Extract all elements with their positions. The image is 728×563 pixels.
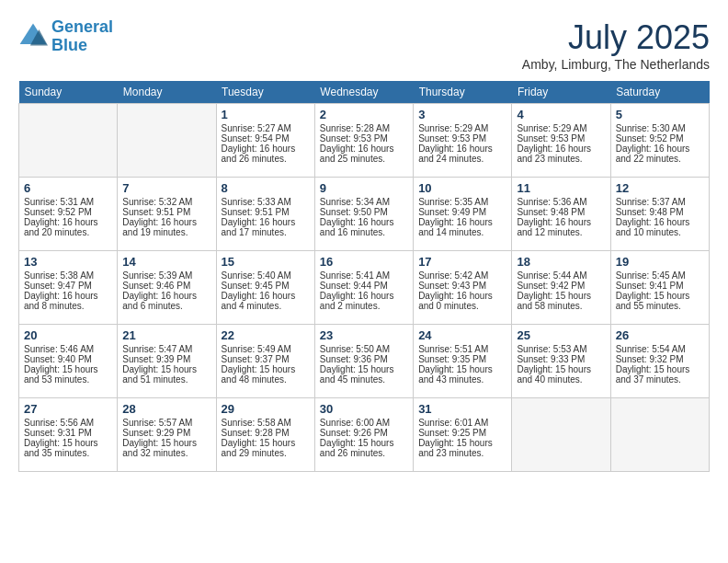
- day-info-line: and 45 minutes.: [320, 374, 408, 385]
- calendar-cell-day-25: 25Sunrise: 5:53 AMSunset: 9:33 PMDayligh…: [512, 325, 610, 398]
- day-number: 2: [320, 108, 408, 121]
- day-info-line: and 0 minutes.: [418, 301, 506, 311]
- day-info-line: Daylight: 15 hours: [616, 364, 704, 374]
- day-info-line: Sunrise: 5:36 AM: [517, 197, 605, 207]
- day-info-line: Sunrise: 5:30 AM: [616, 123, 704, 133]
- day-info-line: Sunset: 9:28 PM: [222, 428, 310, 438]
- day-info-line: Sunrise: 5:40 AM: [222, 270, 310, 281]
- day-info-line: Sunset: 9:41 PM: [616, 281, 704, 291]
- calendar-cell-day-29: 29Sunrise: 5:58 AMSunset: 9:28 PMDayligh…: [216, 398, 314, 472]
- day-info-line: Sunset: 9:32 PM: [616, 354, 704, 364]
- day-info-line: and 51 minutes.: [122, 374, 210, 385]
- day-info-line: and 43 minutes.: [418, 374, 506, 385]
- day-info-line: Sunset: 9:40 PM: [24, 354, 112, 364]
- calendar-cell-day-22: 22Sunrise: 5:49 AMSunset: 9:37 PMDayligh…: [216, 325, 314, 398]
- day-number: 4: [517, 108, 605, 121]
- day-number: 30: [320, 402, 408, 416]
- day-info-line: Sunset: 9:37 PM: [222, 354, 310, 364]
- day-info-line: Daylight: 15 hours: [122, 438, 210, 448]
- day-info-line: Sunset: 9:50 PM: [320, 207, 408, 217]
- day-info-line: Sunset: 9:53 PM: [320, 133, 408, 144]
- day-info-line: and 23 minutes.: [517, 154, 605, 164]
- calendar-cell-day-10: 10Sunrise: 5:35 AMSunset: 9:49 PMDayligh…: [414, 178, 512, 251]
- day-number: 3: [418, 108, 506, 121]
- calendar-cell-empty: [610, 398, 709, 472]
- day-info-line: Daylight: 15 hours: [24, 438, 112, 448]
- day-info-line: Sunset: 9:33 PM: [517, 354, 605, 364]
- day-info-line: Sunrise: 5:51 AM: [418, 344, 506, 354]
- day-info-line: Daylight: 15 hours: [320, 364, 408, 374]
- day-info-line: and 35 minutes.: [24, 448, 112, 458]
- day-info-line: Sunset: 9:53 PM: [517, 133, 605, 144]
- day-info-line: Sunrise: 6:01 AM: [418, 418, 506, 428]
- day-info-line: Daylight: 16 hours: [517, 144, 605, 154]
- calendar-cell-day-2: 2Sunrise: 5:28 AMSunset: 9:53 PMDaylight…: [314, 104, 413, 178]
- day-number: 9: [320, 181, 408, 195]
- day-info-line: and 23 minutes.: [418, 448, 506, 458]
- calendar-week-5: 27Sunrise: 5:56 AMSunset: 9:31 PMDayligh…: [19, 398, 710, 472]
- day-info-line: Daylight: 15 hours: [418, 364, 506, 374]
- calendar-cell-empty: [512, 398, 610, 472]
- day-info-line: Sunrise: 5:46 AM: [24, 344, 112, 354]
- day-info-line: Sunrise: 5:29 AM: [517, 123, 605, 133]
- calendar-cell-day-1: 1Sunrise: 5:27 AMSunset: 9:54 PMDaylight…: [216, 104, 314, 178]
- day-info-line: Sunset: 9:51 PM: [222, 207, 310, 217]
- day-number: 20: [24, 328, 112, 342]
- day-info-line: Sunset: 9:52 PM: [616, 133, 704, 144]
- day-info-line: Daylight: 16 hours: [222, 144, 310, 154]
- day-number: 7: [122, 181, 210, 195]
- day-info-line: Daylight: 15 hours: [517, 364, 605, 374]
- day-number: 18: [517, 255, 605, 269]
- day-info-line: Daylight: 15 hours: [122, 364, 210, 374]
- calendar-cell-day-23: 23Sunrise: 5:50 AMSunset: 9:36 PMDayligh…: [314, 325, 413, 398]
- calendar-week-4: 20Sunrise: 5:46 AMSunset: 9:40 PMDayligh…: [19, 325, 710, 398]
- day-info-line: Daylight: 16 hours: [616, 217, 704, 227]
- day-info-line: and 6 minutes.: [122, 301, 210, 311]
- day-info-line: Daylight: 15 hours: [616, 291, 704, 301]
- day-number: 28: [122, 402, 210, 416]
- day-info-line: Sunset: 9:46 PM: [122, 281, 210, 291]
- day-info-line: Daylight: 16 hours: [418, 291, 506, 301]
- day-info-line: Sunset: 9:49 PM: [418, 207, 506, 217]
- weekday-header-wednesday: Wednesday: [314, 81, 413, 104]
- day-info-line: Sunset: 9:47 PM: [24, 281, 112, 291]
- day-info-line: and 10 minutes.: [616, 227, 704, 237]
- day-number: 14: [122, 255, 210, 269]
- day-info-line: and 25 minutes.: [320, 154, 408, 164]
- calendar-cell-day-17: 17Sunrise: 5:42 AMSunset: 9:43 PMDayligh…: [414, 251, 512, 325]
- calendar-cell-day-18: 18Sunrise: 5:44 AMSunset: 9:42 PMDayligh…: [512, 251, 610, 325]
- day-info-line: Sunrise: 5:42 AM: [418, 270, 506, 281]
- calendar-cell-day-7: 7Sunrise: 5:32 AMSunset: 9:51 PMDaylight…: [118, 178, 216, 251]
- calendar-cell-day-21: 21Sunrise: 5:47 AMSunset: 9:39 PMDayligh…: [118, 325, 216, 398]
- day-info-line: Sunset: 9:36 PM: [320, 354, 408, 364]
- day-info-line: and 24 minutes.: [418, 154, 506, 164]
- day-number: 22: [222, 328, 310, 342]
- day-info-line: Sunrise: 5:49 AM: [222, 344, 310, 354]
- day-number: 11: [517, 181, 605, 195]
- day-info-line: Sunrise: 5:44 AM: [517, 270, 605, 281]
- day-info-line: and 20 minutes.: [24, 227, 112, 237]
- calendar-cell-day-15: 15Sunrise: 5:40 AMSunset: 9:45 PMDayligh…: [216, 251, 314, 325]
- calendar-cell-day-11: 11Sunrise: 5:36 AMSunset: 9:48 PMDayligh…: [512, 178, 610, 251]
- calendar-header-row: SundayMondayTuesdayWednesdayThursdayFrid…: [19, 81, 710, 104]
- day-info-line: and 29 minutes.: [222, 448, 310, 458]
- day-info-line: and 16 minutes.: [320, 227, 408, 237]
- day-info-line: Sunrise: 5:31 AM: [24, 197, 112, 207]
- calendar-cell-empty: [118, 104, 216, 178]
- calendar-cell-day-14: 14Sunrise: 5:39 AMSunset: 9:46 PMDayligh…: [118, 251, 216, 325]
- day-number: 31: [418, 402, 506, 416]
- day-info-line: Sunrise: 5:50 AM: [320, 344, 408, 354]
- day-info-line: Sunset: 9:26 PM: [320, 428, 408, 438]
- day-info-line: Sunset: 9:48 PM: [517, 207, 605, 217]
- day-number: 12: [616, 181, 704, 195]
- calendar-cell-day-5: 5Sunrise: 5:30 AMSunset: 9:52 PMDaylight…: [610, 104, 709, 178]
- day-number: 29: [222, 402, 310, 416]
- calendar-cell-day-30: 30Sunrise: 6:00 AMSunset: 9:26 PMDayligh…: [314, 398, 413, 472]
- day-number: 16: [320, 255, 408, 269]
- calendar-week-1: 1Sunrise: 5:27 AMSunset: 9:54 PMDaylight…: [19, 104, 710, 178]
- weekday-header-saturday: Saturday: [610, 81, 709, 104]
- day-info-line: Sunrise: 5:33 AM: [222, 197, 310, 207]
- weekday-header-thursday: Thursday: [414, 81, 512, 104]
- weekday-header-monday: Monday: [118, 81, 216, 104]
- weekday-header-sunday: Sunday: [19, 81, 118, 104]
